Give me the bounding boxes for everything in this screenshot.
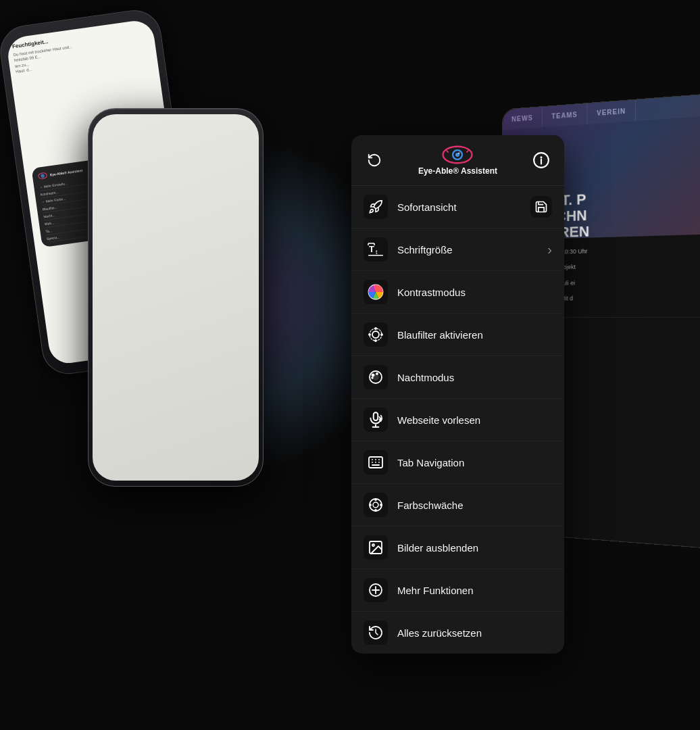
info-button[interactable]	[530, 149, 552, 171]
menu-item-bilder-ausblenden[interactable]: Bilder ausblenden	[351, 527, 564, 569]
refresh-button[interactable]	[364, 149, 385, 171]
plus-circle-icon	[368, 582, 384, 598]
mic-sound-icon	[367, 411, 384, 429]
refresh-icon	[367, 153, 382, 168]
svg-point-23	[369, 334, 370, 335]
kontrastmodus-icon-box	[364, 280, 388, 304]
menu-item-sofortansicht[interactable]: Sofortansicht	[351, 186, 564, 228]
bilder-ausblenden-icon-box	[364, 535, 388, 560]
text-size-icon: T t	[368, 241, 384, 258]
popup-header-center: Eye-Able® Assistent	[418, 145, 497, 176]
menu-item-nachtmodus[interactable]: Nachtmodus	[351, 356, 564, 399]
svg-text:T: T	[369, 244, 374, 254]
schriftgroesse-label: Schriftgröße	[397, 244, 547, 256]
phone-front	[88, 108, 264, 487]
svg-point-2	[42, 175, 43, 176]
svg-line-8	[467, 150, 469, 152]
svg-rect-30	[374, 412, 378, 420]
sofortansicht-label: Sofortansicht	[397, 201, 530, 213]
farbschwaeche-icon-box	[364, 493, 388, 517]
svg-point-21	[375, 328, 376, 329]
svg-line-7	[447, 150, 449, 152]
alles-zuruecksetzen-label: Alles zurücksetzen	[397, 627, 552, 639]
svg-point-6	[459, 153, 460, 154]
nachtmodus-label: Nachtmodus	[397, 372, 552, 383]
mehr-funktionen-icon-box	[364, 578, 388, 602]
colorblind-icon	[368, 497, 384, 513]
menu-item-vorlesen[interactable]: Webseite vorlesen	[351, 399, 564, 441]
contrast-icon	[368, 284, 384, 300]
sun-dots-icon	[368, 326, 384, 343]
svg-point-19	[372, 331, 379, 338]
mehr-funktionen-label: Mehr Funktionen	[397, 585, 552, 596]
menu-item-blaufilter[interactable]: Blaufilter aktivieren	[351, 314, 564, 356]
popup-title: Eye-Able® Assistent	[418, 166, 497, 176]
keyboard-icon	[368, 454, 384, 470]
phone-front-screen	[93, 114, 259, 481]
popup-menu: Eye-Able® Assistent Sofortansicht	[351, 135, 564, 654]
schriftgroesse-icon-box: T t	[364, 237, 388, 262]
rocket-icon	[368, 199, 383, 214]
svg-point-36	[375, 499, 376, 500]
mini-widget-title: Eye-Able® Assistent	[49, 168, 82, 177]
kontrastmodus-label: Kontrastmodus	[397, 287, 552, 298]
menu-item-mehr-funktionen[interactable]: Mehr Funktionen	[351, 569, 564, 612]
chevron-down-icon: ›	[547, 242, 552, 258]
blaufilter-icon-box	[364, 322, 388, 347]
menu-item-alles-zuruecksetzen[interactable]: Alles zurücksetzen	[351, 612, 564, 654]
svg-point-35	[373, 502, 378, 508]
svg-point-22	[375, 340, 376, 341]
vorlesen-icon-box	[364, 408, 388, 432]
farbschwaeche-label: Farbschwäche	[397, 500, 552, 511]
night-icon	[368, 369, 384, 385]
floppy-icon	[534, 200, 548, 214]
svg-point-38	[370, 504, 371, 506]
menu-item-tab-navigation[interactable]: Tab Navigation	[351, 441, 564, 484]
vorlesen-label: Webseite vorlesen	[397, 414, 552, 426]
menu-item-schriftgroesse[interactable]: T t Schriftgröße ›	[351, 228, 564, 271]
reset-icon	[368, 625, 384, 641]
blaufilter-label: Blaufilter aktivieren	[397, 329, 552, 341]
nachtmodus-icon-box	[364, 365, 388, 389]
mini-eye-logo	[37, 170, 48, 181]
svg-point-29	[372, 377, 373, 379]
svg-point-27	[372, 374, 374, 376]
sofortansicht-icon-box	[364, 195, 388, 219]
svg-point-41	[372, 544, 374, 546]
svg-point-37	[375, 510, 376, 511]
popup-header: Eye-Able® Assistent	[351, 135, 564, 186]
svg-text:t: t	[376, 249, 378, 256]
alles-zuruecksetzen-icon-box	[364, 620, 388, 645]
bilder-ausblenden-label: Bilder ausblenden	[397, 542, 552, 554]
svg-point-39	[380, 504, 382, 506]
tab-navigation-label: Tab Navigation	[397, 457, 552, 468]
eye-able-logo	[442, 145, 473, 165]
svg-point-20	[370, 328, 382, 341]
svg-point-28	[376, 373, 378, 374]
save-icon	[530, 196, 552, 218]
svg-point-24	[381, 334, 382, 335]
tab-navigation-icon-box	[364, 450, 388, 474]
info-icon	[532, 151, 550, 169]
menu-item-farbschwaeche[interactable]: Farbschwäche	[351, 484, 564, 527]
image-icon	[368, 539, 384, 556]
menu-item-kontrastmodus[interactable]: Kontrastmodus	[351, 271, 564, 314]
svg-rect-14	[368, 255, 383, 256]
